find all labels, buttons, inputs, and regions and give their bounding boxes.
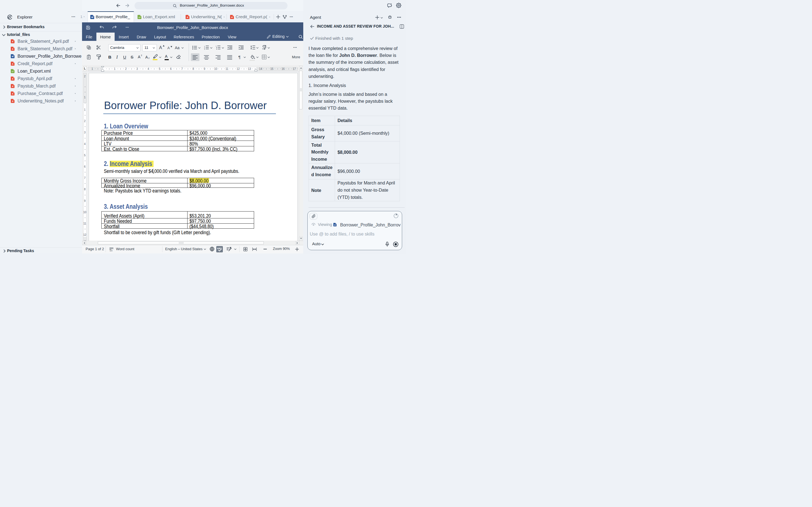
- svg-text:A: A: [187, 16, 188, 18]
- svg-text:</>: </>: [12, 71, 14, 72]
- svg-text:123: 123: [110, 249, 113, 251]
- svg-text:A: A: [12, 85, 13, 88]
- svg-text:A: A: [12, 48, 13, 50]
- svg-text:A: A: [12, 63, 13, 65]
- svg-text:A: A: [12, 100, 13, 103]
- svg-text:W: W: [12, 55, 13, 58]
- svg-text:W: W: [91, 16, 93, 18]
- svg-text:A: A: [12, 40, 13, 43]
- svg-text:A: A: [231, 16, 233, 18]
- svg-text:3: 3: [204, 48, 205, 50]
- svg-text:</>: </>: [138, 16, 141, 18]
- svg-text:A: A: [12, 77, 13, 80]
- svg-text:W: W: [334, 224, 336, 226]
- svg-text:1: 1: [216, 45, 217, 47]
- svg-text:A: A: [12, 93, 13, 95]
